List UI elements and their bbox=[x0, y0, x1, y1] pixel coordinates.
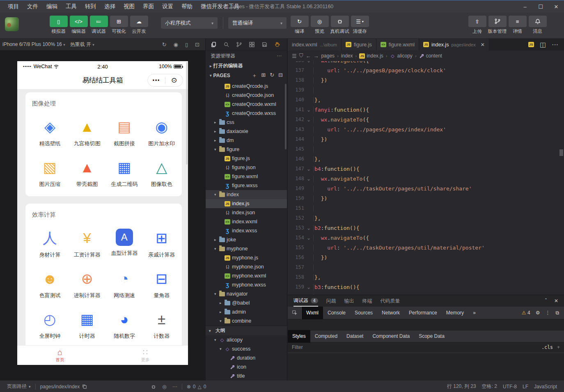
devtools-tab-network[interactable]: Network bbox=[377, 307, 404, 319]
close-tab-icon[interactable]: ✕ bbox=[481, 42, 485, 48]
tree-item-figure.js[interactable]: JSfigure.js bbox=[206, 154, 287, 163]
code-line-139[interactable]: 139 bbox=[288, 85, 564, 95]
tree-item-joke[interactable]: ▸joke bbox=[206, 235, 287, 244]
app-item-身材计算[interactable]: 人身材计算 bbox=[31, 229, 69, 259]
app-item-进制计算器[interactable]: ⊕进制计算器 bbox=[69, 269, 106, 299]
forward-icon[interactable]: → bbox=[313, 53, 319, 59]
menu-item[interactable]: 选择 bbox=[101, 2, 119, 11]
tree-item-figure.json[interactable]: {..}figure.json bbox=[206, 163, 287, 172]
app-item-图片压缩[interactable]: ▧图片压缩 bbox=[31, 158, 69, 188]
device-select[interactable]: iPhone 6/7/8 Plus 100% 16 ▾ bbox=[0, 41, 68, 47]
tree-item-createQrcode.wxml[interactable]: <>createQrcode.wxml bbox=[206, 100, 287, 109]
tree-item-admin[interactable]: ▸admin bbox=[206, 307, 287, 316]
menu-item[interactable]: 界面 bbox=[139, 2, 158, 11]
tree-item-myphone.js[interactable]: JSmyphone.js bbox=[206, 253, 287, 262]
code-line-157[interactable]: 157 bbox=[288, 262, 564, 272]
app-item-计时器[interactable]: ▦计时器 bbox=[69, 310, 106, 340]
code-line-155[interactable]: 155 url: '../../taskOuter/pages/util/mat… bbox=[288, 243, 564, 252]
phone-scrollbar[interactable] bbox=[186, 62, 188, 165]
tree-item-combine[interactable]: ▾combine bbox=[206, 316, 287, 326]
toolbar-button-上传[interactable]: ⇧上传 bbox=[467, 16, 487, 34]
toolbar-button-编译[interactable]: ↻编译 bbox=[289, 16, 310, 34]
menu-item[interactable]: 设置 bbox=[158, 2, 177, 11]
tab-figure-wxml[interactable]: <> figure.wxml bbox=[376, 39, 419, 50]
code-editor[interactable]: 136⌄ wx.navigateTo({137 url: '../../page… bbox=[288, 61, 564, 295]
toolbar-button-调试器[interactable]: ≔调试器 bbox=[89, 16, 109, 34]
menu-item[interactable]: 工具 bbox=[62, 2, 80, 11]
tree-item-myphone[interactable]: ▾myphone bbox=[206, 244, 287, 253]
wxml-tree-area[interactable] bbox=[288, 319, 564, 330]
tree-item-createQrcode.js[interactable]: JScreateQrcode.js bbox=[206, 82, 287, 91]
code-line-154[interactable]: 154⌄ wx.navigateTo({ bbox=[288, 233, 564, 243]
breadcrumb-alicopy[interactable]: ◇ alicopy bbox=[390, 53, 413, 59]
split-editor-icon[interactable]: ◫ bbox=[540, 41, 546, 48]
pages-section-row[interactable]: ▾ PAGES ＋ ⊞ ↻ ⊟ bbox=[206, 71, 287, 80]
status-more-icon[interactable]: ⋯ bbox=[170, 384, 180, 390]
tabbar-item-首页[interactable]: ⌂首页 bbox=[17, 346, 103, 365]
collapse-all-icon[interactable]: ⊟ bbox=[278, 72, 283, 79]
code-line-156[interactable]: 156 }) bbox=[288, 252, 564, 262]
tab-component-data[interactable]: Component Data bbox=[368, 330, 414, 343]
tree-item-createQrcode.json[interactable]: {..}createQrcode.json bbox=[206, 91, 287, 100]
tree-item-css[interactable]: ▸css bbox=[206, 118, 287, 127]
toolbar-button-消息[interactable]: 消息 bbox=[527, 16, 548, 34]
collapse-panel-icon[interactable]: ˆ bbox=[545, 298, 547, 304]
open-editors-row[interactable]: ▸ 打开的编辑器 bbox=[206, 61, 287, 71]
breadcrumb-index-js[interactable]: JS index.js bbox=[359, 53, 383, 59]
menu-item[interactable]: 视图 bbox=[120, 2, 138, 11]
tab-terminal[interactable]: 终端 bbox=[362, 295, 372, 307]
editor-scrollbar[interactable] bbox=[559, 149, 563, 156]
code-line-144[interactable]: 144 }) bbox=[288, 134, 564, 144]
bookmark-icon[interactable]: ⛉ bbox=[299, 53, 303, 59]
tree-item-myphone.wxss[interactable]: Ʒmyphone.wxss bbox=[206, 280, 287, 289]
app-item-生成二维码[interactable]: ▦生成二维码 bbox=[106, 158, 143, 188]
tree-item-index.wxml[interactable]: <>index.wxml bbox=[206, 217, 287, 226]
tab-debugger[interactable]: 调试器 4 bbox=[293, 295, 318, 307]
tree-item-title[interactable]: title bbox=[206, 371, 287, 381]
tab-styles[interactable]: Styles bbox=[288, 330, 310, 343]
tree-item-figure.wxss[interactable]: Ʒfigure.wxss bbox=[206, 181, 287, 190]
outline-list-icon[interactable]: ☰ bbox=[292, 53, 297, 59]
back-icon[interactable]: ← bbox=[305, 53, 311, 59]
app-item-工资计算器[interactable]: ¥工资计算器 bbox=[69, 229, 106, 259]
devtools-tab-sources[interactable]: Sources bbox=[350, 307, 377, 319]
error-counter[interactable]: ⊗ 0 △ 0 bbox=[184, 384, 209, 390]
toolbar-button-预览[interactable]: ◎预览 bbox=[310, 16, 330, 34]
cls-toggle[interactable]: .cls bbox=[541, 344, 553, 350]
menu-item[interactable]: 文件 bbox=[23, 2, 42, 11]
maximize-button[interactable]: ☐ bbox=[533, 0, 548, 13]
tab-computed[interactable]: Computed bbox=[310, 330, 342, 343]
editor-more-icon[interactable]: ⋯ bbox=[552, 41, 558, 48]
more-actions-icon[interactable]: ⋯ bbox=[277, 53, 282, 59]
outline-section-header[interactable]: ▾大纲 bbox=[206, 326, 287, 335]
app-item-随机数字[interactable]: ◕随机数字 bbox=[106, 310, 143, 340]
breadcrumb-content[interactable]: content bbox=[419, 53, 442, 59]
search-icon[interactable] bbox=[223, 41, 229, 48]
code-line-137[interactable]: 137 url: '../../pagesB/pages/clock/clock… bbox=[288, 65, 564, 75]
tree-item-index.js[interactable]: JSindex.js bbox=[206, 199, 287, 208]
user-avatar[interactable] bbox=[5, 17, 19, 31]
devtools-overflow-icon[interactable]: » bbox=[468, 307, 480, 319]
app-item-精选壁纸[interactable]: ◈精选壁纸 bbox=[31, 117, 69, 147]
tree-item-createQrcode.wxss[interactable]: ƷcreateQrcode.wxss bbox=[206, 109, 287, 118]
code-line-142[interactable]: 142⌄ wx.navigateTo({ bbox=[288, 115, 564, 124]
copy-icon[interactable] bbox=[82, 384, 87, 390]
code-line-143[interactable]: 143 url: '../../pagesC/pages/index/index… bbox=[288, 124, 564, 134]
app-item-色盲测试[interactable]: ☻色盲测试 bbox=[31, 269, 69, 299]
tab-index-wxml[interactable]: index.wxml...\album bbox=[288, 39, 342, 50]
tree-item-success[interactable]: ▾◇success bbox=[206, 344, 287, 353]
style-filter-input[interactable]: Filter bbox=[292, 344, 303, 350]
tree-item-dm[interactable]: ▸dm bbox=[206, 136, 287, 145]
explorer-scrollbar[interactable] bbox=[285, 84, 287, 149]
breadcrumb-index[interactable]: index bbox=[341, 53, 353, 59]
app-item-图像取色[interactable]: △图像取色 bbox=[143, 158, 180, 188]
tree-item-index[interactable]: ▾index bbox=[206, 190, 287, 199]
git-branch-icon[interactable] bbox=[236, 41, 242, 48]
menu-item[interactable]: 转到 bbox=[81, 2, 100, 11]
close-button[interactable]: ✕ bbox=[548, 0, 564, 13]
files-icon[interactable] bbox=[211, 41, 217, 48]
capsule-menu[interactable]: ••• ⊙ bbox=[147, 74, 183, 87]
minimize-button[interactable]: – bbox=[517, 0, 533, 13]
code-line-145[interactable]: 145 bbox=[288, 144, 564, 154]
tab-scope-data[interactable]: Scope Data bbox=[414, 330, 449, 343]
